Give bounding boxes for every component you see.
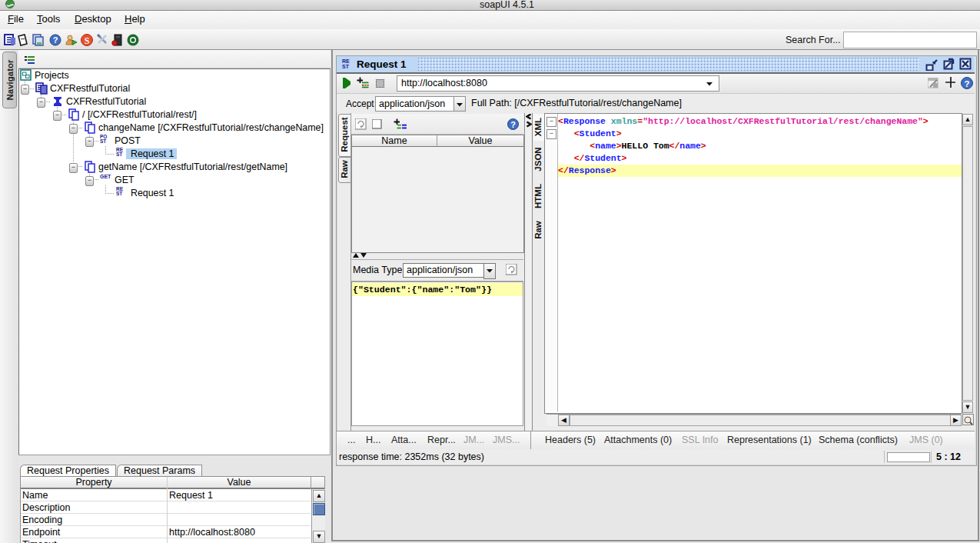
svg-text:?: ?: [964, 79, 969, 88]
svg-text:?: ?: [510, 120, 516, 129]
svg-text:?: ?: [53, 35, 58, 45]
svg-text:S: S: [85, 35, 90, 46]
